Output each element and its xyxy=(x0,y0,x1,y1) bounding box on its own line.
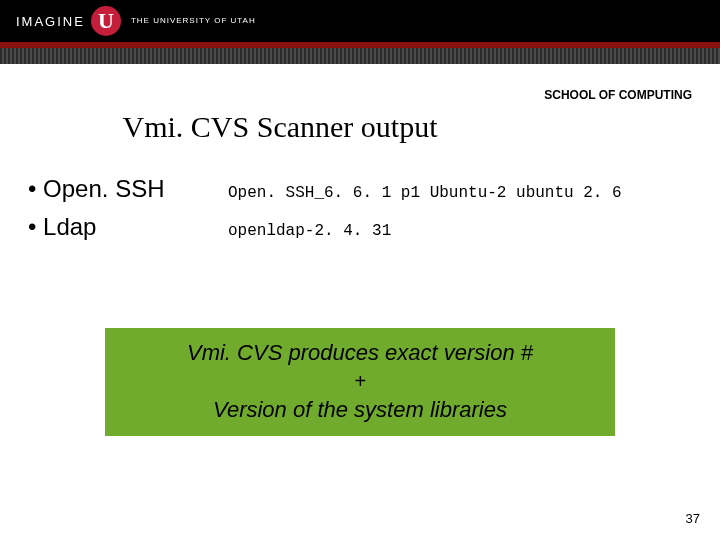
list-item: Open. SSH Open. SSH_6. 6. 1 p1 Ubuntu-2 … xyxy=(28,175,688,203)
header-stripe-band xyxy=(0,48,720,64)
school-of-computing-label: SCHOOL OF COMPUTING xyxy=(544,88,692,102)
slide-header: IMAGINE U THE UNIVERSITY OF UTAH xyxy=(0,0,720,62)
callout-plus: + xyxy=(119,368,601,395)
callout-line-3: Version of the system libraries xyxy=(119,395,601,425)
page-number: 37 xyxy=(686,511,700,526)
bullet-label-ldap: Ldap xyxy=(28,213,228,241)
callout-line-1: Vmi. CVS produces exact version # xyxy=(119,338,601,368)
bullet-value-ldap: openldap-2. 4. 31 xyxy=(228,222,391,240)
header-imagine-text: IMAGINE xyxy=(16,14,85,29)
callout-box: Vmi. CVS produces exact version # + Vers… xyxy=(105,328,615,436)
bullet-label-openssh: Open. SSH xyxy=(28,175,228,203)
bullet-value-openssh: Open. SSH_6. 6. 1 p1 Ubuntu-2 ubuntu 2. … xyxy=(228,184,622,202)
slide-title: Vmi. CVS Scanner output xyxy=(0,110,720,144)
university-name-text: THE UNIVERSITY OF UTAH xyxy=(131,17,256,26)
header-black-bar: IMAGINE U THE UNIVERSITY OF UTAH xyxy=(0,0,720,42)
university-u-logo-icon: U xyxy=(91,6,121,36)
list-item: Ldap openldap-2. 4. 31 xyxy=(28,213,688,241)
bullet-list: Open. SSH Open. SSH_6. 6. 1 p1 Ubuntu-2 … xyxy=(28,175,688,251)
